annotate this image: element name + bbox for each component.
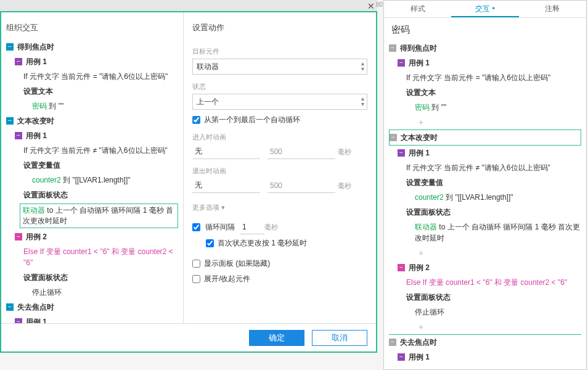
- loop-interval-input[interactable]: [240, 220, 264, 234]
- action-setpanel[interactable]: 设置面板状态: [6, 187, 178, 202]
- r-event-focus[interactable]: −得到焦点时: [389, 41, 581, 56]
- ms-unit: 毫秒: [338, 147, 351, 157]
- r-case-2[interactable]: −用例 2: [389, 260, 581, 275]
- r-setvar[interactable]: 设置变量值: [389, 175, 581, 190]
- r-setpanel[interactable]: 设置面板状态: [389, 205, 581, 220]
- dialog-titlebar: ✕: [0, 0, 377, 12]
- action-settext-target[interactable]: 密码 到 "": [6, 99, 178, 113]
- inspector-panel: 样式 交互 • 注释 密码 −得到焦点时 −用例 1 If 元件文字 当前元件 …: [383, 0, 587, 370]
- state-label: 状态: [192, 82, 367, 91]
- r-ifcounter[interactable]: If 变量 counter2 = "" 或 变量 counter2 = "0": [389, 364, 581, 368]
- r-settext-val[interactable]: 密码 到 "": [389, 100, 581, 115]
- r-plus2[interactable]: +: [389, 245, 581, 260]
- r-setpanel2[interactable]: 设置面板状态: [389, 290, 581, 305]
- r-event-textchange[interactable]: −文本改变时: [389, 130, 581, 146]
- r-plus[interactable]: +: [389, 115, 581, 130]
- close-icon[interactable]: ✕: [367, 1, 375, 11]
- loop-interval-row[interactable]: 循环间隔 毫秒: [192, 220, 367, 234]
- r-plus3[interactable]: +: [389, 319, 581, 335]
- auto-loop-check[interactable]: 从第一个到最后一个自动循环: [192, 115, 367, 125]
- condition-row-2[interactable]: If 元件文字 当前元件 ≠ "请输入6位以上密码": [6, 143, 178, 158]
- show-panel-checkbox[interactable]: [192, 260, 200, 268]
- expand-collapse-checkbox[interactable]: [192, 275, 200, 283]
- r-case-1b[interactable]: −用例 1: [389, 146, 581, 160]
- r-cond1[interactable]: If 元件文字 当前元件 = "请输入6位以上密码": [389, 70, 581, 85]
- tab-interact[interactable]: 交互 •: [451, 1, 518, 17]
- more-options[interactable]: 更多选项 ▾: [192, 203, 367, 212]
- show-panel-row[interactable]: 显示面板 (如果隐藏): [192, 258, 367, 269]
- stop-loop[interactable]: 停止循环: [6, 285, 178, 300]
- anim-out-duration[interactable]: [267, 178, 335, 193]
- inspector-tabs: 样式 交互 • 注释: [384, 1, 586, 18]
- action-setvar-detail[interactable]: counter2 到 "[[LVAR1.length]]": [6, 173, 178, 187]
- anim-in-select[interactable]: [192, 144, 260, 159]
- loop-interval-checkbox[interactable]: [192, 223, 200, 231]
- ms-unit: 毫秒: [338, 181, 351, 191]
- tab-style[interactable]: 样式: [384, 1, 451, 17]
- anim-out-select[interactable]: [192, 178, 260, 193]
- target-select[interactable]: 联动器 ▴▾: [192, 59, 367, 75]
- chevron-updown-icon: ▴▾: [361, 96, 364, 107]
- tab-notes[interactable]: 注释: [519, 1, 586, 17]
- event-blur[interactable]: −失去焦点时: [6, 300, 178, 314]
- r-settext[interactable]: 设置文本: [389, 85, 581, 100]
- r-panel-detail[interactable]: 联动器 to 上一个 自动循环 循环间隔 1 毫秒 首次更改时延时: [389, 220, 581, 245]
- loop-unit: 毫秒: [264, 223, 278, 232]
- case-1[interactable]: −用例 1: [6, 54, 178, 69]
- target-label: 目标元件: [192, 47, 367, 56]
- interaction-editor-dialog: 组织交互 −得到焦点时 −用例 1 If 元件文字 当前元件 = "请输入6位以…: [0, 11, 377, 353]
- organize-interactions-panel: 组织交互 −得到焦点时 −用例 1 If 元件文字 当前元件 = "请输入6位以…: [1, 12, 184, 323]
- first-change-delay-row[interactable]: 首次状态更改按 1 毫秒延时: [206, 238, 367, 249]
- right-title: 设置动作: [192, 18, 367, 39]
- state-select[interactable]: 上一个 ▴▾: [192, 94, 367, 110]
- event-textchange[interactable]: −文本改变时: [6, 113, 178, 128]
- widget-name[interactable]: 密码: [384, 18, 586, 41]
- case-1b[interactable]: −用例 1: [6, 128, 178, 143]
- expand-collapse-row[interactable]: 展开/收起元件: [192, 274, 367, 284]
- r-setvar-val[interactable]: counter2 到 "[[LVAR1.length]]": [389, 190, 581, 205]
- selected-action[interactable]: 联动器 to 上一个 自动循环 循环间隔 1 毫秒 首次更改时延时: [20, 204, 178, 228]
- r-cond2[interactable]: If 元件文字 当前元件 ≠ "请输入6位以上密码": [389, 160, 581, 175]
- r-case-1[interactable]: −用例 1: [389, 56, 581, 70]
- ok-button[interactable]: 确定: [249, 330, 304, 346]
- r-event-blur[interactable]: −失去焦点时: [389, 335, 581, 350]
- canvas-coord: 80: [376, 1, 383, 8]
- auto-loop-checkbox[interactable]: [192, 116, 200, 124]
- anim-in-label: 进入时动画: [192, 133, 367, 142]
- r-elseif[interactable]: Else If 变量 counter1 < "6" 和 变量 counter2 …: [389, 275, 581, 290]
- action-setvar[interactable]: 设置变量值: [6, 158, 178, 173]
- cancel-button[interactable]: 取消: [312, 330, 367, 346]
- first-change-delay-checkbox[interactable]: [206, 239, 214, 247]
- action-settext[interactable]: 设置文本: [6, 84, 178, 99]
- dialog-footer: 确定 取消: [1, 323, 376, 352]
- chevron-updown-icon: ▴▾: [361, 60, 364, 72]
- action-setpanel-2[interactable]: 设置面板状态: [6, 270, 178, 285]
- case-1c[interactable]: −用例 1: [6, 314, 178, 323]
- event-focus[interactable]: −得到焦点时: [6, 39, 178, 54]
- anim-out-label: 退出时动画: [192, 166, 367, 176]
- elseif-row[interactable]: Else If 变量 counter1 < "6" 和 变量 counter2 …: [6, 244, 178, 270]
- r-case-1c[interactable]: −用例 1: [389, 350, 581, 364]
- condition-row[interactable]: If 元件文字 当前元件 = "请输入6位以上密码": [6, 69, 178, 84]
- case-2[interactable]: −用例 2: [6, 229, 178, 244]
- r-stoploop[interactable]: 停止循环: [389, 305, 581, 319]
- action-settings-panel: 设置动作 目标元件 联动器 ▴▾ 状态 上一个 ▴▾ 从第一个到最后一个自动循环…: [184, 12, 376, 323]
- anim-in-duration[interactable]: [267, 144, 335, 159]
- left-title: 组织交互: [6, 18, 178, 39]
